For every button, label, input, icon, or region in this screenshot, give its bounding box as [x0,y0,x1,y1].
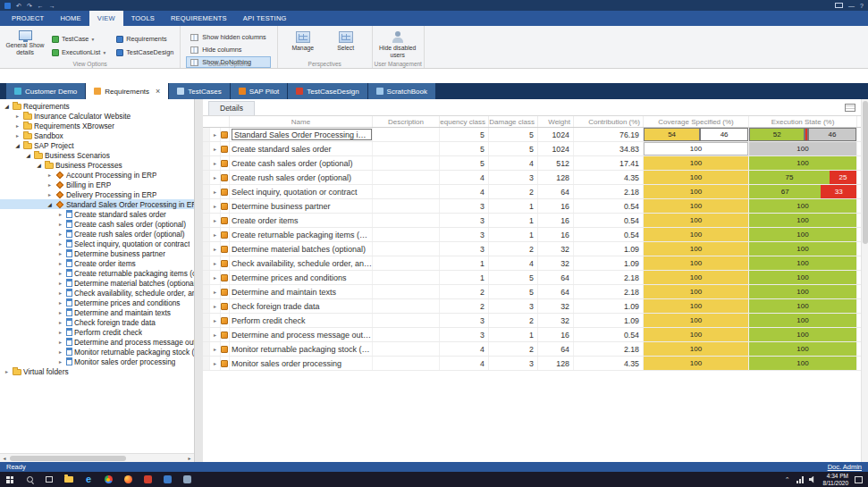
tree-item[interactable]: ▸Monitor returnable packaging stock (opt… [0,347,194,357]
collapse-icon[interactable]: ◢ [35,162,43,168]
table-row[interactable]: ▸Perform credit check32321.09100100 [203,314,861,328]
tree-item[interactable]: ▸Check foreign trade data [0,317,194,327]
row-expander-icon[interactable]: ▸ [210,171,221,184]
app-red-button[interactable] [138,472,157,487]
expand-icon[interactable]: ▸ [56,221,64,227]
row-expander-icon[interactable]: ▸ [210,199,221,213]
tree-item[interactable]: ▸Create cash sales order (optional) [0,219,194,229]
tree-item[interactable]: ▸Create returnable packaging items (opti… [0,268,194,278]
minimize-icon[interactable]: — [848,2,855,10]
tree-item[interactable]: ◢Standard Sales Order Processing in ERP [0,199,194,209]
column-header-frequency-class[interactable]: Frequency class [440,116,489,127]
tree-item[interactable]: ◢Business Processes [0,160,194,170]
expand-icon[interactable]: ▸ [56,329,64,335]
column-header-contribution[interactable]: Contribution (%) [574,116,644,127]
row-expander-icon[interactable]: ▸ [210,185,221,198]
row-expander-icon[interactable]: ▸ [210,142,221,155]
tree-item[interactable]: ▸Determine prices and conditions [0,298,194,307]
table-row[interactable]: ▸Determine business partner31160.5410010… [203,199,861,214]
column-header-coverage-specified[interactable]: Coverage Specified (%) [644,116,749,127]
file-explorer-button[interactable] [59,472,79,487]
taskbar-clock[interactable]: 4:34 PM 8/11/2020 [819,473,853,486]
ribbon-tab-tools[interactable]: TOOLS [123,11,163,26]
table-row[interactable]: ▸Check availability, schedule order, and… [203,256,861,271]
row-expander-icon[interactable]: ▸ [210,328,221,341]
row-expander-icon[interactable]: ▸ [210,285,221,298]
tree-item[interactable]: ▸Sandbox [0,130,194,140]
ribbon-tab-requirements[interactable]: REQUIREMENTS [163,11,235,26]
table-row[interactable]: ▸Monitor sales order processing431284.35… [203,357,861,371]
expand-icon[interactable]: ▸ [56,299,64,306]
tree-item[interactable]: ▸Delivery Processing in ERP [0,189,194,199]
tab-details[interactable]: Details [208,101,255,115]
perspective-select-button[interactable]: Select [326,29,366,52]
close-tab-icon[interactable]: × [156,88,160,95]
expand-icon[interactable]: ▸ [46,181,54,188]
document-tab-scratchbook[interactable]: ScratchBook [368,83,435,99]
volume-icon[interactable] [809,476,816,483]
ribbon-tab-project[interactable]: PROJECT [4,11,52,26]
panel-toggle-icon[interactable] [845,104,855,112]
tree-item[interactable]: ▸Requirements XBrowser [0,121,194,130]
column-header-weight[interactable]: Weight [538,116,574,127]
tree-item[interactable]: ▸Virtual folders [0,366,194,376]
vertical-scrollbar[interactable] [861,99,868,462]
expand-icon[interactable]: ▸ [56,270,64,276]
redo-icon[interactable]: ↷ [27,2,32,10]
edge-button[interactable]: e [79,472,98,487]
tree-item[interactable]: ▸Determine and maintain texts [0,307,194,317]
tree-item[interactable]: ▸Select inquiry, quotation or contract [0,239,194,248]
firefox-button[interactable] [118,472,138,487]
tree-item[interactable]: ◢Business Scenarios [0,150,194,160]
tree-item[interactable]: ▸Billing in ERP [0,180,194,189]
collapse-icon[interactable]: ◢ [3,103,11,109]
table-row[interactable]: ▸Create cash sales order (optional)54512… [203,156,861,171]
column-header-execution-state[interactable]: Execution State (%) [749,116,857,127]
tree-item[interactable]: ▸Account Processing in ERP [0,170,194,180]
table-row[interactable]: ▸Determine prices and conditions15642.18… [203,271,861,285]
perspective-manage-button[interactable]: Manage [283,29,323,52]
column-option-show-hidden-columns[interactable]: Show hidden columns [186,31,270,43]
tray-expand-icon[interactable]: ⌃ [781,476,794,483]
expand-icon[interactable]: ▸ [56,339,64,345]
column-header-damage-class[interactable]: Damage class [489,116,538,127]
table-row[interactable]: ▸Create rush sales order (optional)43128… [203,171,861,185]
tree-item[interactable]: ▸Insurance Calculator Website [0,111,194,121]
search-button[interactable] [20,472,39,487]
row-expander-icon[interactable]: ▸ [210,357,221,370]
collapse-icon[interactable]: ◢ [13,142,21,148]
scroll-left-icon[interactable]: ◄ [0,456,9,461]
expand-icon[interactable]: ▸ [56,240,64,247]
row-expander-icon[interactable]: ▸ [210,228,221,241]
table-row[interactable]: ▸Create standard sales order55102434.831… [203,142,861,156]
document-tab-testcasedesign[interactable]: TestCaseDesign [288,83,367,99]
tree-item[interactable]: ▸Create rush sales order (optional) [0,229,194,239]
expand-icon[interactable]: ▸ [13,122,21,129]
forward-icon[interactable]: → [49,2,55,10]
table-row[interactable]: ▸Standard Sales Order Processing in ERP5… [203,128,861,142]
expand-icon[interactable]: ▸ [56,231,64,237]
collapse-icon[interactable]: ◢ [24,152,32,158]
document-tab-testcases[interactable]: TestCases [169,83,229,99]
column-header-description[interactable]: Description [373,116,440,127]
back-icon[interactable]: ← [38,2,44,10]
expand-icon[interactable]: ▸ [46,191,54,197]
document-tab-requirements[interactable]: Requirements× [86,83,168,99]
start-button[interactable] [0,472,20,487]
row-expander-icon[interactable]: ▸ [210,128,221,141]
network-icon[interactable] [794,476,806,483]
tree-item[interactable]: ◢Requirements [0,101,194,111]
expand-icon[interactable]: ▸ [56,290,64,296]
general-show-details-button[interactable]: General Show details [5,29,45,55]
expand-icon[interactable]: ▸ [56,260,64,266]
tree-item[interactable]: ▸Determine and process message output [0,337,194,347]
scrollbar-thumb[interactable] [863,101,868,244]
current-user-link[interactable]: Doc. Admin [828,463,862,471]
table-row[interactable]: ▸Create order items31160.54100100 [203,214,861,228]
row-expander-icon[interactable]: ▸ [210,342,221,356]
expand-icon[interactable]: ▸ [13,132,21,139]
display-icon[interactable] [835,3,843,8]
table-row[interactable]: ▸Select inquiry, quotation or contract42… [203,185,861,199]
tree-item[interactable]: ◢SAP Project [0,140,194,150]
ribbon-tab-home[interactable]: HOME [52,11,88,26]
